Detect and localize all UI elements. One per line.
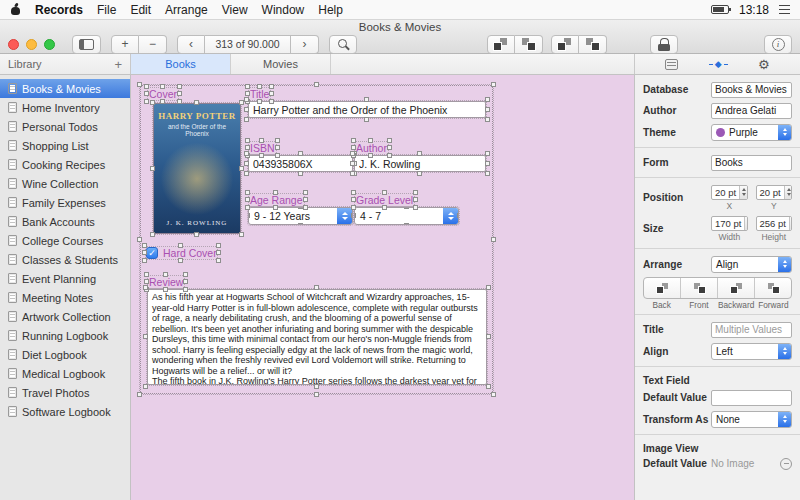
selection-handle[interactable] [144,99,149,104]
selection-handle[interactable] [239,232,244,237]
menubar-clock[interactable]: 13:18 [739,3,769,17]
default-value-input[interactable] [711,390,792,406]
db-author-input[interactable] [711,103,792,119]
selection-handle[interactable] [387,138,392,143]
selection-handle[interactable] [485,161,490,166]
sidebar-item-wine-collection[interactable]: Wine Collection [0,174,130,193]
stepper-arrows-icon[interactable] [739,186,747,199]
list-view-icon[interactable] [665,59,678,70]
selection-handle[interactable] [351,138,356,143]
selection-handle[interactable] [387,153,392,158]
selection-handle[interactable] [382,190,387,195]
selection-handle[interactable] [244,97,249,102]
sidebar-item-software-logbook[interactable]: Software Logbook [0,402,130,421]
sidebar-item-home-inventory[interactable]: Home Inventory [0,98,130,117]
selection-handle[interactable] [491,392,496,397]
selection-handle[interactable] [160,84,165,89]
selection-handle[interactable] [303,205,308,210]
lock-button[interactable] [650,35,678,54]
sidebar-item-medical-logbook[interactable]: Medical Logbook [0,364,130,383]
selection-handle[interactable] [245,190,250,195]
selection-handle[interactable] [314,285,319,290]
selection-handle[interactable] [364,117,369,122]
selection-handle[interactable] [275,153,280,158]
selection-handle[interactable] [137,392,142,397]
selection-handle[interactable] [144,84,149,89]
selection-handle[interactable] [150,232,155,237]
send-to-back-button[interactable] [487,35,515,54]
apple-menu-icon[interactable] [10,3,21,16]
review-field-label[interactable]: Review [148,276,184,288]
sidebar-item-family-expenses[interactable]: Family Expenses [0,193,130,212]
selection-handle[interactable] [244,161,249,166]
sidebar-item-diet-logbook[interactable]: Diet Logbook [0,345,130,364]
align-dropdown[interactable]: Left [711,343,792,360]
selection-handle[interactable] [273,190,278,195]
selection-handle[interactable] [245,91,250,96]
selection-handle[interactable] [177,91,182,96]
selection-handle[interactable] [244,117,249,122]
selection-handle[interactable] [183,287,188,292]
selection-handle[interactable] [413,205,418,210]
selection-handle[interactable] [259,153,264,158]
selection-handle[interactable] [298,171,303,176]
selection-handle[interactable] [163,287,168,292]
add-record-button[interactable]: + [111,35,139,54]
gear-icon[interactable]: ⚙ [758,58,770,71]
size-height-value[interactable]: 256 pt [757,217,789,230]
toggle-sidebar-button[interactable] [72,35,101,54]
selection-handle[interactable] [491,82,496,87]
sidebar-item-meeting-notes[interactable]: Meeting Notes [0,288,130,307]
selection-handle[interactable] [457,213,459,218]
close-button[interactable] [8,39,19,50]
selection-handle[interactable] [417,171,422,176]
author-field-label[interactable]: Author [355,142,388,154]
sidebar-item-running-logbook[interactable]: Running Logbook [0,326,130,345]
selection-handle[interactable] [269,84,274,89]
stepper-arrows-icon[interactable] [784,186,792,199]
selection-handle[interactable] [178,258,183,263]
author-input[interactable] [354,155,486,172]
sidebar-item-event-planning[interactable]: Event Planning [0,269,130,288]
selection-handle[interactable] [485,171,490,176]
menu-view[interactable]: View [222,3,248,17]
selection-handle[interactable] [486,285,491,290]
grade-level-dropdown[interactable]: 4 - 7 [354,207,459,225]
selection-handle[interactable] [269,99,274,104]
tab-books[interactable]: Books [131,54,231,74]
selection-handle[interactable] [275,138,280,143]
selection-handle[interactable] [143,334,148,339]
selection-handle[interactable] [177,99,182,104]
selection-handle[interactable] [144,279,149,284]
theme-dropdown[interactable]: Purple [711,124,792,141]
selection-handle[interactable] [216,250,221,255]
selection-handle[interactable] [364,97,369,102]
selection-handle[interactable] [178,243,183,248]
selection-handle[interactable] [368,138,373,143]
selection-handle[interactable] [298,207,303,209]
selection-handle[interactable] [142,258,147,263]
field-title-input[interactable] [711,322,792,338]
selection-handle[interactable] [269,91,274,96]
selection-handle[interactable] [354,213,356,218]
selection-handle[interactable] [382,205,387,210]
selection-handle[interactable] [486,334,491,339]
selection-handle[interactable] [314,82,319,87]
arrange-dropdown[interactable]: Align [711,256,792,273]
grade-level-field-label[interactable]: Grade Level [355,194,414,206]
selection-handle[interactable] [150,100,155,105]
selection-handle[interactable] [248,213,250,218]
info-button[interactable]: i [764,35,792,54]
menu-window[interactable]: Window [262,3,305,17]
selection-handle[interactable] [413,190,418,195]
selection-handle[interactable] [142,250,147,255]
selection-handle[interactable] [314,384,319,389]
selection-handle[interactable] [137,82,142,87]
selection-handle[interactable] [387,145,392,150]
selection-handle[interactable] [368,153,373,158]
selection-handle[interactable] [194,232,199,237]
selection-handle[interactable] [163,272,168,277]
selection-handle[interactable] [137,237,142,242]
selection-handle[interactable] [350,161,355,166]
selection-handle[interactable] [314,392,319,397]
